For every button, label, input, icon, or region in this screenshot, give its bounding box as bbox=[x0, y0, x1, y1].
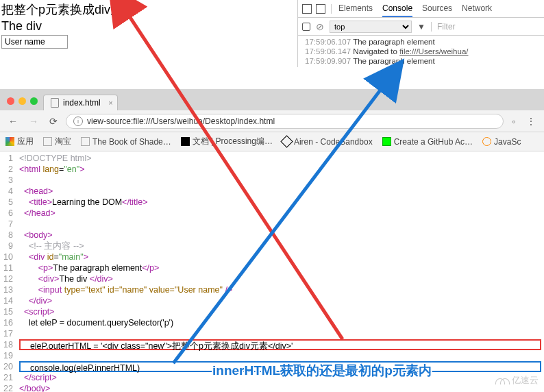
file-icon bbox=[51, 98, 59, 108]
log-row: 17:59:09.907 The paragraph element bbox=[298, 56, 544, 66]
apps-icon bbox=[5, 137, 14, 146]
bookmark-bar: 应用 淘宝 The Book of Shade… 文档 | Processing… bbox=[0, 132, 544, 151]
watermark-icon bbox=[495, 376, 509, 385]
processing-icon bbox=[181, 137, 190, 146]
devtools-dock-icons bbox=[302, 4, 332, 14]
watermark: 亿速云 bbox=[495, 374, 539, 387]
apps-button[interactable]: 应用 bbox=[5, 136, 34, 147]
highlight-outerhtml: eleP.outerHTML = '<div class="new">把整个p元… bbox=[19, 339, 541, 350]
log-row: 17:59:06.107 The paragraph element bbox=[298, 37, 544, 47]
top-area: 把整个p元素换成div元素 The div Elements Console S… bbox=[0, 0, 544, 89]
inspect-icon[interactable] bbox=[302, 4, 312, 14]
devtools-panel: Elements Console Sources Network ⊘ top ▼… bbox=[297, 0, 544, 67]
js-icon bbox=[482, 137, 491, 146]
page-title: 把整个p元素换成div元素 bbox=[1, 1, 296, 18]
page-icon bbox=[81, 137, 90, 146]
rendered-page: 把整个p元素换成div元素 The div bbox=[1, 1, 296, 49]
source-code[interactable]: <!DOCTYPE html> <html lang="en"> <head> … bbox=[16, 151, 544, 392]
forward-icon: → bbox=[26, 114, 41, 128]
tab-title: index.html bbox=[63, 98, 101, 108]
filter-input[interactable]: Filter bbox=[431, 22, 540, 32]
info-icon[interactable]: i bbox=[73, 117, 83, 126]
sidebar-toggle-icon[interactable] bbox=[302, 23, 310, 31]
reload-icon[interactable]: ⟳ bbox=[47, 114, 60, 128]
tab-bar: index.html × bbox=[0, 90, 544, 110]
annotation-text: innerHTML获取的还是最初的p元素内 bbox=[212, 362, 432, 380]
log-row: 17:59:06.147 Navigated to file:///Users/… bbox=[298, 47, 544, 56]
name-input[interactable] bbox=[1, 35, 68, 49]
folder-icon bbox=[43, 137, 52, 146]
console-toolbar: ⊘ top ▼ Filter bbox=[298, 18, 544, 36]
close-icon[interactable] bbox=[7, 97, 14, 105]
bookmark-github[interactable]: Create a GitHub Ac… bbox=[382, 137, 473, 147]
address-bar[interactable]: i view-source:file:///Users/weihua/Deskt… bbox=[66, 114, 504, 129]
traffic-lights bbox=[7, 97, 38, 105]
bookmark-book[interactable]: The Book of Shade… bbox=[81, 137, 171, 147]
console-log: 17:59:06.107 The paragraph element 17:59… bbox=[298, 36, 544, 67]
chevron-down-icon: ▼ bbox=[417, 22, 425, 32]
context-select[interactable]: top bbox=[330, 21, 412, 33]
div-text: The div bbox=[1, 19, 296, 34]
tab-elements[interactable]: Elements bbox=[338, 1, 373, 17]
line-gutter: 12345678910111213141516171819202122 bbox=[0, 151, 16, 392]
minimize-icon[interactable] bbox=[18, 97, 26, 105]
url-text: view-source:file:///Users/weihua/Desktop… bbox=[87, 117, 275, 126]
github-icon bbox=[382, 137, 391, 146]
device-icon[interactable] bbox=[316, 4, 325, 14]
tab-sources[interactable]: Sources bbox=[422, 1, 452, 17]
codesandbox-icon bbox=[280, 135, 293, 147]
bookmark-processing[interactable]: 文档 | Processing编… bbox=[181, 136, 273, 147]
back-icon[interactable]: ← bbox=[5, 114, 21, 128]
bookmark-js[interactable]: JavaSc bbox=[482, 137, 521, 147]
view-source: 12345678910111213141516171819202122 <!DO… bbox=[0, 151, 544, 392]
maximize-icon[interactable] bbox=[30, 97, 38, 105]
devtools-tabs: Elements Console Sources Network bbox=[338, 1, 492, 17]
browser-window: index.html × ← → ⟳ i view-source:file://… bbox=[0, 89, 544, 392]
devtools-header: Elements Console Sources Network bbox=[298, 0, 544, 18]
tab-console[interactable]: Console bbox=[382, 1, 412, 17]
bookmark-taobao[interactable]: 淘宝 bbox=[43, 136, 71, 147]
profile-icon[interactable]: ◦ bbox=[509, 114, 518, 128]
menu-icon[interactable]: ⋮ bbox=[523, 114, 539, 128]
close-tab-icon[interactable]: × bbox=[108, 99, 112, 107]
log-link[interactable]: file:///Users/weihua/ bbox=[399, 47, 468, 56]
tab-network[interactable]: Network bbox=[462, 1, 492, 17]
browser-tab[interactable]: index.html × bbox=[43, 95, 118, 110]
url-bar: ← → ⟳ i view-source:file:///Users/weihua… bbox=[0, 110, 544, 132]
clear-console-icon[interactable]: ⊘ bbox=[316, 21, 324, 32]
bookmark-airen[interactable]: Airen - CodeSandbox bbox=[282, 137, 373, 147]
